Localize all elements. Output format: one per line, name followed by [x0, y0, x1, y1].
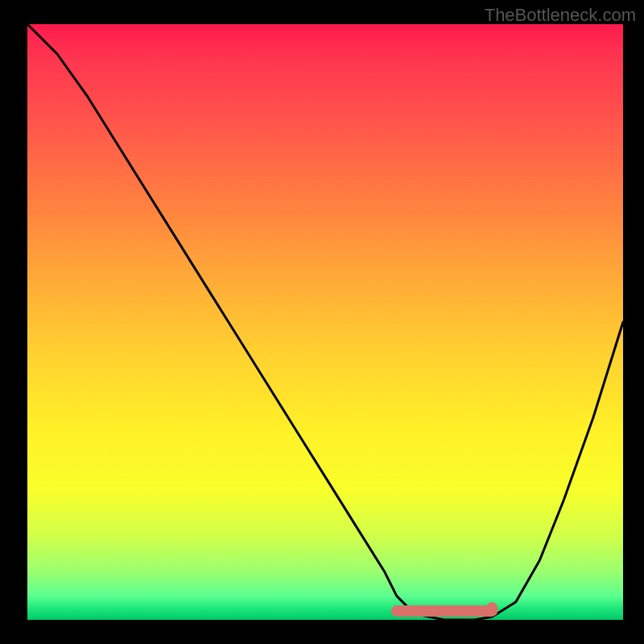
- bottleneck-curve: [27, 24, 623, 620]
- chart-svg: [27, 24, 623, 620]
- watermark-text: TheBottleneck.com: [485, 5, 636, 26]
- bottleneck-chart: [27, 24, 623, 620]
- optimal-zone-end-dot: [486, 602, 497, 613]
